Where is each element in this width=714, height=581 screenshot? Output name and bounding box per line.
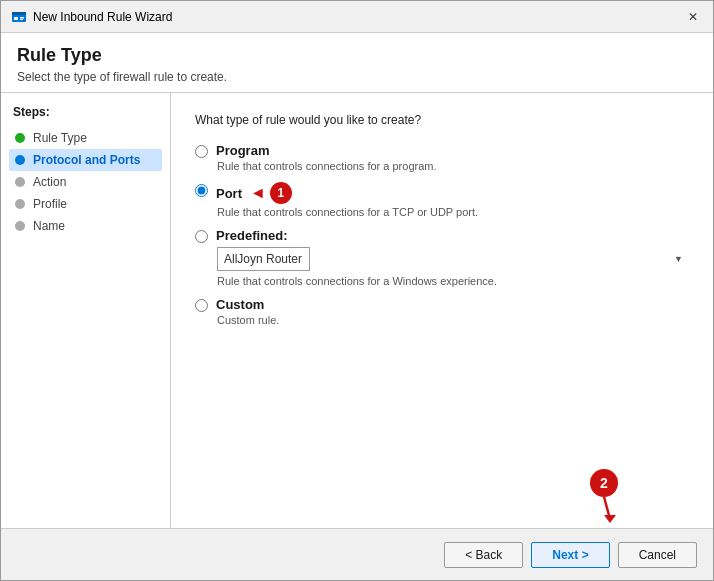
wizard-window: New Inbound Rule Wizard ✕ Rule Type Sele… xyxy=(0,0,714,581)
window-icon xyxy=(11,9,27,25)
predefined-select[interactable]: AllJoyn Router xyxy=(217,247,310,271)
desc-custom: Custom rule. xyxy=(217,314,689,326)
annotation-badge-1: 1 xyxy=(270,182,292,204)
dot-icon-protocol-ports xyxy=(15,155,25,165)
cancel-button[interactable]: Cancel xyxy=(618,542,697,568)
dot-icon-profile xyxy=(15,199,25,209)
sidebar-item-profile[interactable]: Profile xyxy=(9,193,162,215)
label-predefined[interactable]: Predefined: xyxy=(216,228,288,243)
sidebar-label-protocol-ports: Protocol and Ports xyxy=(33,153,140,167)
sidebar-item-protocol-ports[interactable]: Protocol and Ports xyxy=(9,149,162,171)
option-row-program: Program xyxy=(195,143,689,158)
svg-rect-1 xyxy=(12,12,26,15)
dot-icon-action xyxy=(15,177,25,187)
svg-rect-2 xyxy=(14,17,18,20)
option-group-custom: Custom Custom rule. xyxy=(195,297,689,326)
radio-program[interactable] xyxy=(195,145,208,158)
sidebar-label-rule-type: Rule Type xyxy=(33,131,87,145)
radio-port[interactable] xyxy=(195,184,208,197)
next-button[interactable]: Next > xyxy=(531,542,609,568)
content-area: Steps: Rule Type Protocol and Ports Acti… xyxy=(1,93,713,528)
main-panel: What type of rule would you like to crea… xyxy=(171,93,713,528)
option-row-port: Port ◄ 1 xyxy=(195,182,689,204)
sidebar-label-profile: Profile xyxy=(33,197,67,211)
desc-port: Rule that controls connections for a TCP… xyxy=(217,206,689,218)
radio-custom[interactable] xyxy=(195,299,208,312)
footer: 2 < Back Next > Cancel xyxy=(1,528,713,580)
sidebar-title: Steps: xyxy=(9,105,162,119)
svg-rect-3 xyxy=(20,17,24,19)
main-question: What type of rule would you like to crea… xyxy=(195,113,689,127)
svg-rect-4 xyxy=(20,19,23,20)
label-port[interactable]: Port xyxy=(216,186,242,201)
title-bar: New Inbound Rule Wizard ✕ xyxy=(1,1,713,33)
predefined-select-wrapper: AllJoyn Router xyxy=(217,247,689,271)
option-row-predefined: Predefined: xyxy=(195,228,689,243)
dot-icon-rule-type xyxy=(15,133,25,143)
sidebar-label-action: Action xyxy=(33,175,66,189)
radio-predefined[interactable] xyxy=(195,230,208,243)
desc-predefined: Rule that controls connections for a Win… xyxy=(217,275,689,287)
dot-icon-name xyxy=(15,221,25,231)
option-row-custom: Custom xyxy=(195,297,689,312)
window-title: New Inbound Rule Wizard xyxy=(33,10,172,24)
sidebar-item-rule-type[interactable]: Rule Type xyxy=(9,127,162,149)
title-bar-left: New Inbound Rule Wizard xyxy=(11,9,172,25)
title-bar-controls: ✕ xyxy=(683,7,703,27)
option-group-predefined: Predefined: AllJoyn Router Rule that con… xyxy=(195,228,689,287)
header-section: Rule Type Select the type of firewall ru… xyxy=(1,33,713,93)
desc-program: Rule that controls connections for a pro… xyxy=(217,160,689,172)
predefined-dropdown-wrapper: AllJoyn Router xyxy=(217,247,689,271)
option-group-program: Program Rule that controls connections f… xyxy=(195,143,689,172)
sidebar-item-action[interactable]: Action xyxy=(9,171,162,193)
label-custom[interactable]: Custom xyxy=(216,297,264,312)
arrow-annotation-1: ◄ xyxy=(250,184,266,202)
header-title: Rule Type xyxy=(17,45,697,66)
sidebar-label-name: Name xyxy=(33,219,65,233)
sidebar: Steps: Rule Type Protocol and Ports Acti… xyxy=(1,93,171,528)
label-program[interactable]: Program xyxy=(216,143,269,158)
sidebar-item-name[interactable]: Name xyxy=(9,215,162,237)
header-subtitle: Select the type of firewall rule to crea… xyxy=(17,70,697,84)
back-button[interactable]: < Back xyxy=(444,542,523,568)
close-button[interactable]: ✕ xyxy=(683,7,703,27)
port-label-wrapper: Port ◄ 1 xyxy=(216,182,292,204)
option-group-port: Port ◄ 1 Rule that controls connections … xyxy=(195,182,689,218)
